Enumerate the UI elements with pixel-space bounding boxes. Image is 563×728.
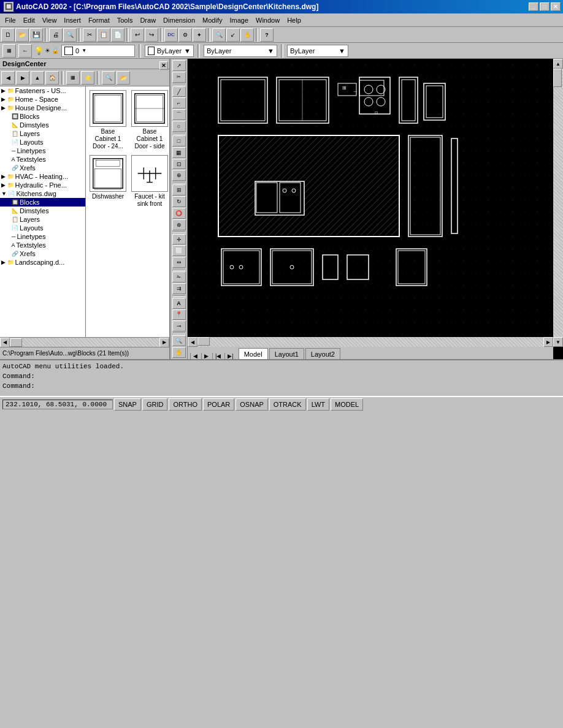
preview-item[interactable]: Dishwasher — [88, 154, 128, 209]
tree-item-layers[interactable]: 📋Layers — [0, 129, 85, 138]
tree-item-textstyles[interactable]: ATextstyles — [0, 155, 85, 164]
tool-rotate[interactable]: ↻ — [172, 196, 186, 207]
dc-up-button[interactable]: ▲ — [31, 71, 44, 85]
tool-arc[interactable]: ⌒ — [172, 109, 186, 120]
tab-model[interactable]: Model — [239, 348, 268, 359]
tool-xline[interactable]: ⊸ — [172, 320, 186, 332]
help-button[interactable]: ? — [260, 28, 274, 42]
hscroll-cad-left[interactable]: ◀ — [188, 337, 197, 347]
hscroll-cad-track[interactable] — [197, 337, 543, 347]
tool-arrow[interactable]: ↗ — [172, 60, 186, 71]
new-button[interactable]: 🗋 — [1, 28, 15, 42]
tree-item-fastenersus[interactable]: ▶ 📁Fasteners - US... — [0, 86, 85, 95]
tree-item-linetypes[interactable]: ─Linetypes — [0, 146, 85, 155]
cut-button[interactable]: ✂ — [83, 28, 96, 42]
print-preview-button[interactable]: 🔍 — [63, 28, 77, 42]
tree-item-blocks[interactable]: 🔲Blocks — [0, 112, 85, 121]
model-button[interactable]: MODEL — [331, 398, 363, 411]
hscroll-left[interactable]: ◀ — [0, 338, 10, 347]
tool-copy[interactable]: ⬜ — [172, 245, 186, 256]
preview-item[interactable]: Base Cabinet 1 Door - 24... — [88, 89, 128, 151]
menu-tools[interactable]: Tools — [113, 14, 137, 26]
tree-item-hydraulicpne[interactable]: ▶ 📁Hydraulic - Pne... — [0, 181, 85, 189]
linetype-dropdown[interactable]: ByLayer ▼ — [204, 45, 277, 57]
menu-modify[interactable]: Modify — [199, 14, 226, 26]
close-button[interactable]: ✕ — [551, 2, 561, 11]
command-input[interactable] — [35, 381, 561, 391]
tree-item-textstyles[interactable]: ATextstyles — [0, 241, 85, 249]
scroll-left-tab[interactable]: ◀ — [190, 353, 200, 359]
print-button[interactable]: 🖨 — [49, 28, 63, 42]
hscroll-thumb[interactable] — [10, 338, 22, 347]
tool-pan-realtime[interactable]: ✋ — [172, 347, 186, 358]
polar-button[interactable]: POLAR — [203, 398, 234, 411]
menu-view[interactable]: View — [39, 14, 61, 26]
tree-item-blocks[interactable]: 🔲Blocks — [0, 198, 85, 207]
match-properties-button[interactable]: ✦ — [193, 28, 206, 42]
paste-button[interactable]: 📄 — [111, 28, 124, 42]
tool-region[interactable]: ⊡ — [172, 159, 186, 170]
menu-draw[interactable]: Draw — [136, 14, 159, 26]
tool-text[interactable]: A — [172, 298, 186, 309]
layer-previous-button[interactable]: ← — [18, 44, 32, 58]
tree-item-layers[interactable]: 📋Layers — [0, 215, 85, 224]
open-button[interactable]: 📂 — [15, 28, 29, 42]
menu-dimension[interactable]: Dimension — [159, 14, 199, 26]
tree-item-xrefs[interactable]: 🔗Xrefs — [0, 249, 85, 258]
tool-multiline[interactable]: ⊕ — [172, 170, 186, 181]
dc-back-button[interactable]: ◀ — [1, 71, 15, 85]
tree-item-kitchensdwg[interactable]: ▼ 📄Kitchens.dwg — [0, 189, 85, 198]
tool-offset[interactable]: ⊞ — [172, 184, 186, 195]
scroll-first-tab[interactable]: |◀ — [212, 353, 223, 359]
tree-item-layouts[interactable]: 📄Layouts — [0, 224, 85, 232]
layer-manager-button[interactable]: ▦ — [2, 44, 16, 58]
zoom-realtime-button[interactable]: 🔍 — [212, 28, 226, 42]
tree-item-layouts[interactable]: 📄Layouts — [0, 138, 85, 146]
menu-edit[interactable]: Edit — [20, 14, 39, 26]
hscroll-track[interactable] — [10, 338, 159, 347]
preview-item[interactable]: Faucet - kit sink front — [130, 154, 169, 209]
tool-trim[interactable]: ✁ — [172, 271, 186, 282]
tool-hatch[interactable]: ▦ — [172, 147, 186, 158]
properties-button[interactable]: ⚙ — [178, 28, 192, 42]
lineweight-dropdown[interactable]: ByLayer ▼ — [287, 45, 348, 57]
menu-image[interactable]: Image — [226, 14, 252, 26]
tree-item-landscapingd[interactable]: ▶ 📁Landscaping.d... — [0, 258, 85, 267]
menu-file[interactable]: File — [1, 14, 20, 26]
hscroll-cad-thumb[interactable] — [197, 337, 210, 346]
designcenter-button[interactable]: DC — [164, 28, 178, 42]
redo-button[interactable]: ↪ — [145, 28, 158, 42]
lwt-button[interactable]: LWT — [307, 398, 329, 411]
cad-drawing-area[interactable]: ⊞ -- ⊡ ◀ ▶ |◀ ▶| Model Layout1 Layout2 ▲… — [188, 59, 563, 359]
dc-tree-button[interactable]: ▦ — [66, 71, 80, 85]
tool-stretch[interactable]: ⊗ — [172, 219, 186, 230]
dc-forward-button[interactable]: ▶ — [16, 71, 29, 85]
dc-find-button[interactable]: 🔍 — [102, 71, 115, 85]
tree-item-hvacheating[interactable]: ▶ 📁HVAC - Heating... — [0, 172, 85, 181]
menu-format[interactable]: Format — [85, 14, 113, 26]
color-dropdown[interactable]: ByLayer ▼ — [145, 45, 194, 57]
tool-erase[interactable]: ✂ — [172, 72, 186, 83]
menu-help[interactable]: Help — [283, 14, 305, 26]
hscroll-cad-right[interactable]: ▶ — [543, 337, 553, 347]
scroll-last-tab[interactable]: ▶| — [224, 353, 236, 359]
vscroll-thumb[interactable] — [553, 69, 562, 87]
otrack-button[interactable]: OTRACK — [269, 398, 306, 411]
dc-favorites-button[interactable]: ⭐ — [81, 71, 94, 85]
tree-item-linetypes[interactable]: ─Linetypes — [0, 232, 85, 241]
vscroll-track[interactable] — [553, 69, 563, 337]
preview-item[interactable]: Base Cabinet 1 Door - side — [130, 89, 169, 151]
osnap-button[interactable]: OSNAP — [236, 398, 268, 411]
tree-item-dimstyles[interactable]: 📐Dimstyles — [0, 207, 85, 215]
maximize-button[interactable]: □ — [540, 2, 550, 11]
hscroll-right[interactable]: ▶ — [159, 338, 169, 347]
tool-scale[interactable]: ⭕ — [172, 208, 186, 219]
tree-item-xrefs[interactable]: 🔗Xrefs — [0, 164, 85, 172]
tab-layout1[interactable]: Layout1 — [269, 348, 304, 359]
layer-dropdown[interactable]: 0 ▼ — [61, 45, 135, 57]
tool-extend[interactable]: ⇉ — [172, 283, 186, 294]
zoom-previous-button[interactable]: ↙ — [226, 28, 240, 42]
dc-close-button[interactable]: ✕ — [159, 61, 168, 70]
vscroll-up[interactable]: ▲ — [553, 59, 563, 69]
tree-item-housedesigne[interactable]: ▶ 📁House Designe... — [0, 104, 85, 112]
